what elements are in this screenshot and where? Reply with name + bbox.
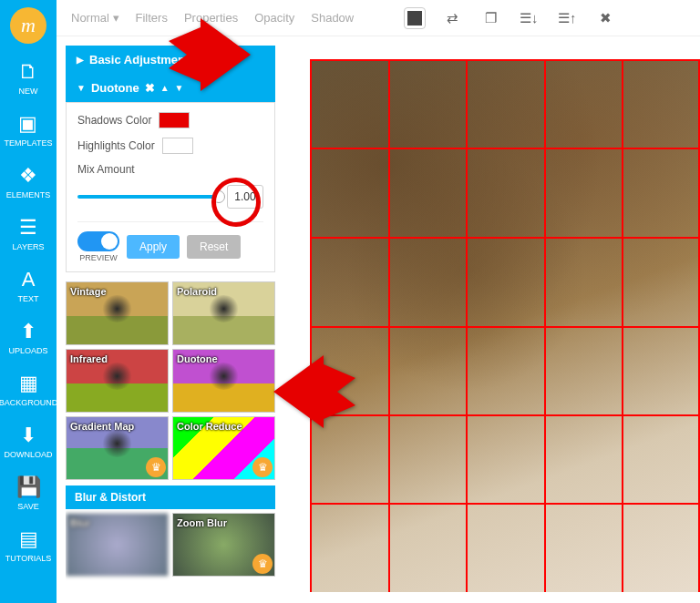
accordion-label: Duotone [91, 81, 139, 95]
premium-badge-icon: ♛ [252, 457, 273, 477]
sidebar-item-save[interactable]: 💾SAVE [16, 475, 41, 511]
highlights-color-swatch[interactable] [162, 138, 193, 154]
annotation-arrow-icon [273, 355, 355, 428]
template-icon: ▣ [18, 112, 37, 136]
shadows-label: Shadows Color [77, 114, 151, 127]
sidebar-item-templates[interactable]: ▣TEMPLATES [5, 112, 53, 148]
sidebar-item-background[interactable]: ▦BACKGROUND [0, 372, 57, 407]
filter-duotone[interactable]: Duotone [172, 349, 275, 413]
sidebar-label: SAVE [17, 502, 38, 511]
reset-button[interactable]: Reset [187, 235, 241, 259]
filter-label: Polaroid [177, 286, 217, 297]
sidebar-label: DOWNLOAD [4, 450, 52, 459]
preview-label: PREVIEW [79, 253, 118, 262]
filter-label: Vintage [70, 286, 107, 297]
shadows-color-swatch[interactable] [159, 112, 190, 128]
book-icon: ▤ [19, 527, 38, 551]
sidebar-item-uploads[interactable]: ⬆UPLOADS [8, 320, 47, 355]
sidebar-label: TEMPLATES [5, 138, 53, 148]
sidebar-label: NEW [19, 87, 38, 96]
delete-icon[interactable]: ✖ [594, 10, 616, 26]
upload-icon: ⬆ [20, 320, 36, 343]
sidebar-item-download[interactable]: ⬇DOWNLOAD [4, 424, 52, 459]
mix-slider[interactable] [77, 195, 220, 199]
layers-icon: ☰ [19, 216, 37, 240]
sidebar-label: BACKGROUND [0, 398, 57, 407]
file-icon: 🗋 [18, 60, 38, 84]
sidebar-label: TUTORIALS [5, 554, 51, 563]
triangle-right-icon: ▶ [77, 55, 84, 65]
mix-label: Mix Amount [77, 163, 135, 176]
sidebar-item-layers[interactable]: ☰LAYERS [13, 216, 45, 251]
filter-gradient-map[interactable]: Gradient Map♛ [66, 416, 169, 480]
sidebar: m 🗋NEW ▣TEMPLATES ❖ELEMENTS ☰LAYERS ATEX… [0, 0, 57, 603]
filter-label: Duotone [177, 353, 218, 364]
layer-down-icon[interactable]: ☰↓ [518, 10, 540, 26]
sidebar-item-elements[interactable]: ❖ELEMENTS [6, 164, 51, 199]
elements-icon: ❖ [19, 164, 37, 188]
premium-badge-icon: ♛ [252, 554, 273, 574]
sidebar-label: LAYERS [13, 242, 45, 251]
premium-badge-icon: ♛ [146, 457, 166, 477]
preview-toggle[interactable] [77, 231, 119, 251]
filter-label: Blur [70, 517, 90, 528]
color-picker-button[interactable] [405, 8, 425, 28]
highlights-label: Highlights Color [77, 139, 155, 152]
tab-opacity[interactable]: Opacity [254, 11, 294, 25]
app-logo[interactable]: m [10, 7, 46, 44]
duplicate-icon[interactable]: ❐ [479, 10, 501, 26]
save-icon: 💾 [16, 475, 41, 499]
filter-polaroid[interactable]: Polaroid [172, 281, 275, 345]
sidebar-item-tutorials[interactable]: ▤TUTORIALS [5, 527, 51, 563]
tab-shadow[interactable]: Shadow [311, 11, 354, 25]
swap-icon[interactable]: ⇄ [441, 10, 463, 26]
sidebar-label: ELEMENTS [6, 190, 51, 199]
filter-label: Zoom Blur [177, 517, 227, 528]
background-icon: ▦ [19, 372, 38, 395]
canvas-image[interactable] [310, 59, 700, 592]
filter-grid: Vintage Polaroid Infrared Duotone Gradie… [66, 281, 275, 577]
sidebar-item-text[interactable]: ATEXT [17, 268, 38, 303]
sidebar-label: UPLOADS [8, 346, 47, 355]
svg-marker-0 [169, 18, 251, 91]
tab-filters[interactable]: Filters [136, 11, 168, 25]
download-icon: ⬇ [20, 424, 36, 447]
filter-infrared[interactable]: Infrared [66, 349, 169, 413]
text-icon: A [22, 268, 36, 291]
filter-label: Color Reduce [177, 421, 242, 432]
sidebar-label: TEXT [17, 294, 38, 303]
blur-section-header[interactable]: Blur & Distort [66, 485, 275, 509]
filter-vintage[interactable]: Vintage [66, 281, 169, 345]
filter-color-reduce[interactable]: Color Reduce♛ [172, 416, 275, 480]
annotation-arrow-icon [169, 18, 251, 91]
triangle-down-icon: ▼ [77, 83, 86, 93]
close-icon[interactable]: ✖ [145, 81, 155, 95]
topbar: Normal ▾ Filters Properties Opacity Shad… [57, 0, 700, 36]
sidebar-item-new[interactable]: 🗋NEW [18, 60, 38, 96]
filters-panel: ▶Basic Adjustments ▼Duotone✖▲▼ Shadows C… [66, 46, 275, 601]
apply-button[interactable]: Apply [127, 235, 180, 259]
filter-label: Gradient Map [70, 421, 134, 432]
filter-label: Infrared [70, 353, 108, 364]
layer-up-icon[interactable]: ☰↑ [556, 10, 578, 26]
tab-normal[interactable]: Normal ▾ [71, 11, 119, 25]
svg-marker-1 [273, 355, 355, 428]
annotation-circle [211, 178, 261, 227]
filter-zoom-blur[interactable]: Zoom Blur♛ [172, 513, 275, 577]
filter-blur[interactable]: Blur [66, 513, 169, 577]
